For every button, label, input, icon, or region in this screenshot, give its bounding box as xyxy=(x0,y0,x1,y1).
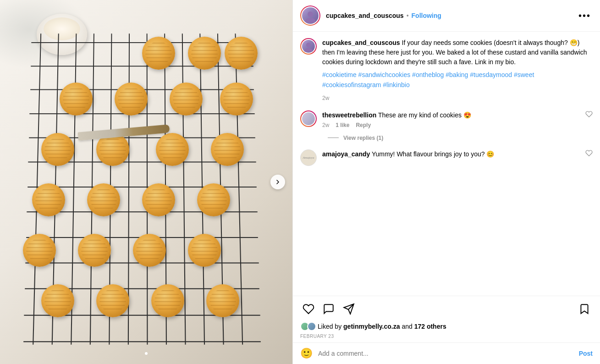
caption-body: cupcakes_and_couscous If your day needs … xyxy=(322,38,593,102)
comment-item: thesweetrebellion These are my kind of c… xyxy=(293,106,600,133)
post-comment-button[interactable]: Post xyxy=(579,350,593,357)
emoji-button[interactable]: 🙂 xyxy=(300,347,313,359)
comment-text-1: thesweetrebellion These are my kind of c… xyxy=(322,110,580,120)
cookie xyxy=(41,284,74,317)
cookie xyxy=(115,83,148,116)
comment-avatar-amajoya[interactable]: Amajoya xyxy=(300,149,317,166)
header-info: cupcakes_and_couscous • Following xyxy=(326,12,577,19)
like-button[interactable] xyxy=(300,301,317,317)
cookie xyxy=(78,234,111,267)
more-options-button[interactable]: ••• xyxy=(577,11,593,21)
comment-meta-1: 2w 1 like Reply xyxy=(322,122,580,128)
comment-avatar-thesweetrebellion[interactable] xyxy=(300,110,317,127)
cookie xyxy=(156,133,189,166)
comment-button[interactable] xyxy=(320,301,337,317)
caption-avatar[interactable] xyxy=(300,38,317,55)
header-username[interactable]: cupcakes_and_couscous xyxy=(326,12,404,19)
svg-point-2 xyxy=(306,43,311,47)
cookie xyxy=(197,183,230,216)
comment-item-2: Amajoya amajoya_candy Yummy! What flavou… xyxy=(293,145,600,171)
comment-username-2[interactable]: amajoya_candy xyxy=(322,150,370,158)
comment-likes-1: 1 like xyxy=(336,122,349,128)
cookie xyxy=(96,284,129,317)
cookie xyxy=(188,234,221,267)
amajoya-avatar-text: Amajoya xyxy=(303,156,314,160)
cookie xyxy=(206,284,239,317)
svg-point-3 xyxy=(304,48,313,52)
header-avatar[interactable] xyxy=(300,6,320,26)
post-header: cupcakes_and_couscous • Following ••• xyxy=(293,0,600,32)
cookie xyxy=(41,133,74,166)
cookie xyxy=(225,37,258,70)
cookie xyxy=(170,83,203,116)
cookie xyxy=(188,37,221,70)
cookie xyxy=(23,234,56,267)
actions-bar xyxy=(293,296,600,320)
photo-panel xyxy=(0,0,292,364)
comment-body-2: amajoya_candy Yummy! What flavour brings… xyxy=(322,149,580,159)
liked-avatar-2 xyxy=(307,322,316,331)
cookie xyxy=(60,83,93,116)
caption-section: cupcakes_and_couscous If your day needs … xyxy=(293,32,600,106)
share-button[interactable] xyxy=(341,301,357,317)
comment-text-2: amajoya_candy Yummy! What flavour brings… xyxy=(322,149,580,159)
liked-by-username[interactable]: getinmybelly.co.za xyxy=(343,323,400,330)
svg-point-1 xyxy=(305,18,315,23)
next-image-button[interactable] xyxy=(270,175,285,189)
comment-time-1: 2w xyxy=(322,122,329,128)
view-replies-line xyxy=(328,138,339,138)
cookie xyxy=(211,133,244,166)
cookie xyxy=(32,183,65,216)
comment-body-1: thesweetrebellion These are my kind of c… xyxy=(322,110,580,128)
cookie xyxy=(87,183,120,216)
image-dot-indicator xyxy=(145,352,148,355)
likes-text: Liked by getinmybelly.co.za and 172 othe… xyxy=(318,323,446,330)
comment-input[interactable] xyxy=(318,350,573,357)
view-replies-label: View replies (1) xyxy=(343,135,383,141)
cookie xyxy=(142,183,175,216)
caption-username[interactable]: cupcakes_and_couscous xyxy=(322,39,400,46)
likes-conjunction: and xyxy=(402,323,412,330)
comment-username-1[interactable]: thesweetrebellion xyxy=(322,111,376,119)
cookie xyxy=(133,234,166,267)
post-date: FEBRUARY 23 xyxy=(293,333,600,342)
post-scrollable-content[interactable]: cupcakes_and_couscous If your day needs … xyxy=(293,32,600,296)
view-replies-button[interactable]: View replies (1) xyxy=(320,133,600,145)
svg-point-0 xyxy=(308,11,313,17)
bookmark-button[interactable] xyxy=(576,301,593,317)
post-content-panel: cupcakes_and_couscous • Following ••• cu… xyxy=(292,0,600,364)
comment-content-1: These are my kind of cookies 😍 xyxy=(376,111,471,119)
header-separator: • xyxy=(407,12,409,19)
cookie xyxy=(151,284,184,317)
cookie xyxy=(220,83,253,116)
comment-reply-1[interactable]: Reply xyxy=(356,122,371,128)
following-button[interactable]: Following xyxy=(412,12,441,19)
comment-like-button-2[interactable] xyxy=(585,149,593,157)
liked-avatars xyxy=(300,322,314,331)
likes-others-count[interactable]: 172 others xyxy=(414,323,446,330)
caption-timestamp: 2w xyxy=(322,94,593,102)
cookie xyxy=(142,37,175,70)
caption-hashtags[interactable]: #cookietime #sandwichcookies #ontheblog … xyxy=(322,70,593,90)
dot-1 xyxy=(145,352,148,355)
add-comment-section: 🙂 Post xyxy=(293,342,600,364)
comment-content-2: Yummy! What flavour brings joy to you? 😊 xyxy=(370,150,494,158)
comment-like-button-1[interactable] xyxy=(585,110,593,118)
likes-section: Liked by getinmybelly.co.za and 172 othe… xyxy=(293,320,600,333)
